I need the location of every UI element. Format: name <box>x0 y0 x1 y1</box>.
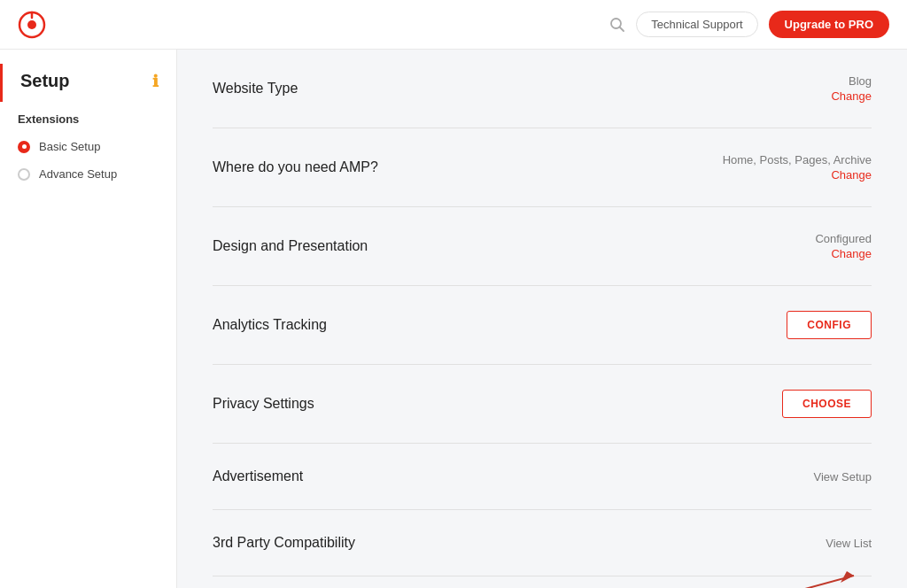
radio-inactive <box>18 168 30 181</box>
setting-right-analytics: CONFIG <box>787 311 872 339</box>
sidebar-title: Setup ℹ <box>0 64 176 102</box>
setting-right-privacy: CHOOSE <box>782 390 872 418</box>
setting-label-amp: Where do you need AMP? <box>213 159 378 175</box>
setting-row-privacy: Privacy Settings CHOOSE <box>213 365 872 444</box>
setting-right-advertisement: View Setup <box>813 470 872 484</box>
setting-label-3rd-party: 3rd Party Compatibility <box>213 535 355 551</box>
svg-point-1 <box>27 20 36 29</box>
sidebar-item-advance-setup[interactable]: Advance Setup <box>0 160 176 188</box>
view-list-text[interactable]: View List <box>826 537 872 550</box>
arrow-annotation <box>650 567 880 588</box>
svg-line-5 <box>659 576 854 588</box>
setting-label-analytics: Analytics Tracking <box>213 317 327 333</box>
setting-change-amp[interactable]: Change <box>831 168 872 182</box>
setting-row-website-type: Website Type Blog Change <box>213 50 872 128</box>
search-button[interactable] <box>609 17 625 33</box>
setting-value-design: Configured <box>815 232 872 245</box>
setting-row-analytics: Analytics Tracking CONFIG <box>213 286 872 365</box>
setting-row-design: Design and Presentation Configured Chang… <box>213 207 872 286</box>
setting-label-design: Design and Presentation <box>213 238 368 254</box>
sidebar-item-label: Basic Setup <box>39 140 100 153</box>
setting-row-amp: Where do you need AMP? Home, Posts, Page… <box>213 128 872 207</box>
upgrade-button[interactable]: Upgrade to PRO <box>769 11 889 38</box>
setting-value-amp: Home, Posts, Pages, Archive <box>723 153 872 166</box>
header: Technical Support Upgrade to PRO <box>0 0 907 50</box>
choose-button[interactable]: CHOOSE <box>782 390 872 418</box>
setting-right-3rd-party: View List <box>826 537 872 550</box>
svg-line-4 <box>620 27 624 31</box>
setting-row-advertisement: Advertisement View Setup <box>213 444 872 510</box>
main-layout: Setup ℹ Extensions Basic Setup Advance S… <box>0 50 907 588</box>
sidebar-item-label: Advance Setup <box>39 167 117 181</box>
sidebar-item-basic-setup[interactable]: Basic Setup <box>0 133 176 160</box>
setting-change-website-type[interactable]: Change <box>831 89 872 103</box>
setting-value-website-type: Blog <box>849 74 872 88</box>
content-area: Website Type Blog Change Where do you ne… <box>177 50 907 588</box>
setting-right-design: Configured Change <box>815 232 872 260</box>
setting-row-3rd-party: 3rd Party Compatibility View List <box>213 510 872 576</box>
sidebar-title-text: Setup <box>20 71 70 91</box>
logo-icon <box>18 11 46 39</box>
tech-support-button[interactable]: Technical Support <box>636 12 757 37</box>
setting-label-website-type: Website Type <box>213 81 298 97</box>
setting-label-advertisement: Advertisement <box>213 468 303 484</box>
radio-active <box>18 141 30 153</box>
header-left <box>18 11 46 39</box>
setting-right-website-type: Blog Change <box>831 74 872 103</box>
setting-right-amp: Home, Posts, Pages, Archive Change <box>723 153 872 182</box>
info-icon: ℹ <box>152 72 159 91</box>
view-setup-text[interactable]: View Setup <box>813 470 872 484</box>
setting-label-privacy: Privacy Settings <box>213 396 314 412</box>
config-button[interactable]: CONFIG <box>787 311 872 339</box>
sidebar-extensions-label: Extensions <box>0 102 176 133</box>
setting-change-design[interactable]: Change <box>831 247 872 260</box>
sidebar: Setup ℹ Extensions Basic Setup Advance S… <box>0 50 177 588</box>
header-right: Technical Support Upgrade to PRO <box>609 11 889 38</box>
